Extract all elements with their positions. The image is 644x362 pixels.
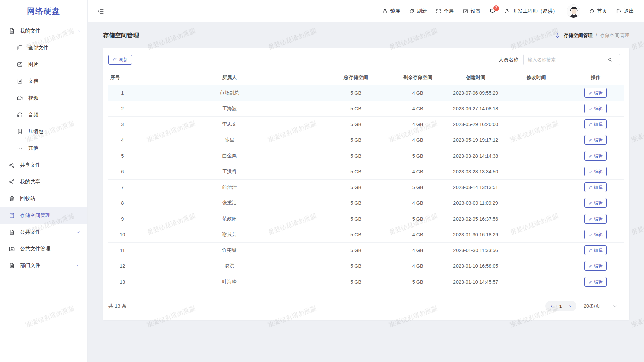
pencil-icon	[588, 264, 592, 268]
cell-modified-time	[505, 242, 567, 258]
search-input[interactable]	[524, 54, 600, 65]
edit-button[interactable]: 编辑	[584, 119, 607, 129]
table-row: 9 范政阳 5 GB 5 GB 2023-02-05 16:37:56 编辑	[108, 211, 624, 227]
current-page[interactable]: 1	[556, 303, 566, 309]
cell-actions: 编辑	[567, 132, 624, 148]
page-size-select[interactable]: 20条/页	[580, 301, 621, 311]
pencil-icon	[588, 201, 592, 205]
sidebar-item-all-files[interactable]: 全部文件	[0, 39, 87, 56]
sidebar-item-public-files[interactable]: 公共文件	[0, 224, 87, 240]
sidebar-item-documents[interactable]: 文档	[0, 73, 87, 89]
cell-index: 7	[108, 179, 137, 195]
lock-screen-label: 锁屏	[390, 8, 400, 14]
breadcrumb-separator: /	[596, 33, 597, 38]
cell-remaining-storage: 4 GB	[389, 195, 446, 211]
cell-modified-time	[505, 179, 567, 195]
col-index: 序号	[108, 71, 137, 85]
sidebar-item-label: 视频	[28, 95, 38, 101]
cell-actions: 编辑	[567, 258, 624, 274]
edit-button[interactable]: 编辑	[584, 277, 607, 287]
pencil-icon	[588, 91, 592, 95]
edit-button[interactable]: 编辑	[584, 104, 607, 113]
table-row: 7 商清清 5 GB 5 GB 2023-03-14 13:13:51 编辑	[108, 179, 624, 195]
cell-owner: 陈星	[137, 132, 322, 148]
sidebar-item-storage-management[interactable]: 存储空间管理	[0, 207, 87, 224]
edit-button[interactable]: 编辑	[584, 245, 607, 255]
cell-modified-time	[505, 195, 567, 211]
home-button[interactable]: 首页	[589, 8, 607, 14]
edit-button[interactable]: 编辑	[584, 198, 607, 208]
location-icon	[555, 33, 560, 38]
search-button[interactable]	[600, 54, 620, 65]
edit-button[interactable]: 编辑	[584, 88, 607, 98]
cell-total-storage: 5 GB	[322, 179, 389, 195]
cell-total-storage: 5 GB	[322, 258, 389, 274]
sidebar-item-videos[interactable]: 视频	[0, 89, 87, 106]
edit-button[interactable]: 编辑	[584, 167, 607, 176]
refresh-table-button[interactable]: 刷新	[108, 55, 132, 65]
breadcrumb-root[interactable]: 存储空间管理	[564, 32, 593, 39]
sidebar-item-audio[interactable]: 音频	[0, 106, 87, 123]
cell-created-time: 2023-03-14 13:13:51	[446, 179, 505, 195]
document-icon	[9, 229, 15, 235]
sidebar-item-recycle-bin[interactable]: 回收站	[0, 190, 87, 207]
lock-screen-button[interactable]: 锁屏	[382, 8, 400, 14]
avatar[interactable]	[567, 4, 580, 18]
topbar: 锁屏 刷新 全屏 设置 3 开发工程师（易洪）	[88, 0, 644, 22]
cell-total-storage: 5 GB	[322, 242, 389, 258]
cell-actions: 编辑	[567, 227, 624, 242]
current-user[interactable]: 开发工程师（易洪）	[504, 8, 558, 14]
edit-button-label: 编辑	[594, 232, 603, 238]
image-icon	[17, 61, 23, 68]
prev-page-button[interactable]: ‹	[547, 303, 556, 309]
edit-button[interactable]: 编辑	[584, 230, 607, 239]
sidebar-item-shared-files[interactable]: 共享文件	[0, 157, 87, 173]
sidebar-item-archives[interactable]: 压缩包	[0, 123, 87, 140]
cell-total-storage: 5 GB	[322, 85, 389, 101]
pencil-icon	[588, 154, 592, 158]
edit-button[interactable]: 编辑	[584, 182, 607, 192]
cell-remaining-storage: 4 GB	[389, 116, 446, 132]
settings-button[interactable]: 设置	[463, 8, 481, 14]
pencil-icon	[588, 280, 592, 284]
storage-card: 刷新 人员名称 序号 所属人 总存储	[103, 48, 629, 320]
fullscreen-button[interactable]: 全屏	[436, 8, 454, 14]
sidebar-item-my-shares[interactable]: 我的共享	[0, 173, 87, 190]
edit-button[interactable]: 编辑	[584, 214, 607, 224]
table-row: 8 张重洁 5 GB 4 GB 2023-03-09 11:09:29 编辑	[108, 195, 624, 211]
sidebar-item-other[interactable]: 其他	[0, 140, 87, 157]
edit-button[interactable]: 编辑	[584, 135, 607, 145]
table-row: 6 王洪哲 5 GB 4 GB 2023-03-28 13:34:50 编辑	[108, 164, 624, 179]
sidebar-item-label: 其他	[28, 145, 38, 152]
cell-index: 3	[108, 116, 137, 132]
sidebar-item-my-files[interactable]: 我的文件	[0, 22, 87, 39]
cell-owner: 李志文	[137, 116, 322, 132]
edit-button[interactable]: 编辑	[584, 151, 607, 161]
cell-total-storage: 5 GB	[322, 101, 389, 116]
table-body: 1 市场副总 5 GB 4 GB 2023-07-06 09:55:29 编辑 …	[108, 85, 624, 290]
sidebar-item-pictures[interactable]: 图片	[0, 56, 87, 73]
edit-square-icon	[463, 8, 468, 14]
cell-remaining-storage: 4 GB	[389, 85, 446, 101]
cell-modified-time	[505, 132, 567, 148]
edit-button-label: 编辑	[594, 184, 603, 190]
logout-label: 退出	[624, 8, 634, 14]
table-row: 10 谢晨芸 5 GB 4 GB 2023-01-30 16:18:29 编辑	[108, 227, 624, 242]
main-content: 存储空间管理 存储空间管理 / 存储空间管理 刷新 人员名称	[88, 22, 644, 362]
notification-button[interactable]: 3	[489, 8, 496, 15]
cell-created-time: 2023-01-10 16:58:05	[446, 258, 505, 274]
page-size-value: 20条/页	[584, 303, 600, 309]
next-page-button[interactable]: ›	[566, 303, 574, 309]
refresh-icon	[409, 8, 415, 14]
cell-actions: 编辑	[567, 85, 624, 101]
user-icon	[504, 8, 510, 14]
cell-index: 11	[108, 242, 137, 258]
sidebar-item-department-files[interactable]: 部门文件	[0, 257, 87, 274]
sidebar-item-public-files-management[interactable]: 公共文件管理	[0, 240, 87, 257]
zip-file-icon	[17, 128, 23, 135]
logout-button[interactable]: 退出	[616, 8, 634, 14]
ellipsis-icon	[17, 145, 23, 152]
edit-button[interactable]: 编辑	[584, 261, 607, 271]
refresh-page-button[interactable]: 刷新	[409, 8, 427, 14]
collapse-sidebar-icon[interactable]	[97, 8, 104, 15]
